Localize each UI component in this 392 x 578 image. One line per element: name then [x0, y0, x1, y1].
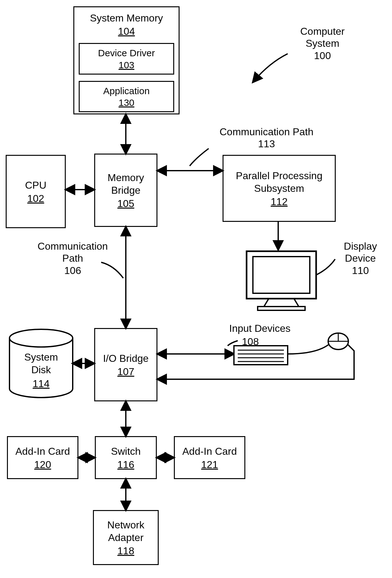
io-bridge-title: I/O Bridge [103, 352, 149, 365]
display-device-num: 110 [352, 265, 369, 276]
input-devices-label: Input Devices [219, 322, 301, 334]
addin-120-num: 120 [34, 459, 51, 471]
system-disk-text: System Disk 114 [13, 351, 70, 390]
system-memory-title: System Memory [90, 12, 163, 24]
system-memory-box: System Memory 104 Device Driver 103 Appl… [73, 6, 180, 114]
input-devices-title: Input Devices [229, 323, 291, 334]
svg-point-3 [9, 329, 73, 347]
input-devices-leader [228, 341, 238, 346]
mouse-icon [328, 333, 348, 350]
computer-system-label: Computer System 100 [291, 25, 354, 62]
pps-title: Parallel Processing Subsystem [236, 169, 322, 195]
device-driver-box: Device Driver 103 [79, 43, 174, 75]
display-device-title: Display Device [344, 240, 377, 264]
system-disk-title: System Disk [24, 351, 58, 375]
system-memory-num: 104 [118, 26, 135, 37]
pps-num: 112 [271, 196, 287, 208]
network-adapter-box: Network Adapter 118 [93, 510, 159, 565]
comm-path-106-num: 106 [64, 265, 81, 276]
switch-title: Switch [111, 445, 141, 458]
addin-121-box: Add-In Card 121 [174, 436, 245, 479]
application-box: Application 130 [79, 81, 174, 113]
comm-path-113-label: Communication Path 113 [208, 126, 325, 150]
addin-120-box: Add-In Card 120 [7, 436, 78, 479]
computer-system-num: 100 [314, 50, 331, 61]
application-title: Application [85, 85, 168, 97]
svg-rect-1 [253, 257, 310, 293]
network-adapter-num: 118 [117, 545, 134, 557]
diagram-canvas: System Memory 104 Device Driver 103 Appl… [0, 0, 392, 578]
memory-bridge-title: Memory Bridge [107, 171, 144, 197]
addin-120-title: Add-In Card [15, 445, 70, 458]
comm-path-106-label: Communication Path 106 [32, 240, 114, 277]
comm-path-113-title: Communication Path [219, 126, 313, 137]
memory-bridge-num: 105 [117, 198, 134, 210]
computer-system-callout-icon [253, 54, 288, 82]
pps-box: Parallel Processing Subsystem 112 [223, 155, 336, 222]
connectors-overlay [0, 0, 392, 578]
device-driver-title: Device Driver [85, 47, 168, 59]
input-devices-num-label: 108 [238, 336, 263, 348]
svg-rect-4 [234, 346, 288, 365]
display-device-label: Display Device 110 [335, 240, 386, 277]
svg-point-9 [328, 333, 348, 350]
display-device-leader [316, 259, 335, 275]
memory-bridge-box: Memory Bridge 105 [94, 154, 157, 227]
network-adapter-title: Network Adapter [107, 519, 144, 544]
input-devices-num: 108 [242, 336, 259, 347]
cpu-box: CPU 102 [6, 155, 66, 228]
cpu-title: CPU [25, 179, 46, 192]
comm-path-113-leader [190, 149, 209, 166]
keyboard-icon [234, 346, 288, 365]
system-disk-num: 114 [13, 377, 70, 390]
switch-box: Switch 116 [95, 436, 157, 479]
addin-121-title: Add-In Card [182, 445, 237, 458]
application-num: 130 [85, 97, 168, 108]
keyboard-to-mouse-wire [288, 344, 329, 354]
cpu-num: 102 [27, 193, 44, 204]
computer-system-title: Computer System [300, 26, 345, 49]
io-bridge-box: I/O Bridge 107 [94, 328, 157, 401]
io-bridge-num: 107 [117, 366, 134, 378]
comm-path-106-title: Communication Path [38, 240, 108, 264]
device-driver-num: 103 [85, 60, 168, 70]
addin-121-num: 121 [201, 459, 218, 471]
conn-mouse-iobridge [157, 344, 354, 379]
comm-path-113-num: 113 [258, 138, 275, 149]
svg-rect-0 [247, 251, 316, 299]
switch-num: 116 [117, 459, 134, 471]
display-monitor-icon [247, 251, 316, 310]
svg-rect-2 [258, 307, 305, 310]
